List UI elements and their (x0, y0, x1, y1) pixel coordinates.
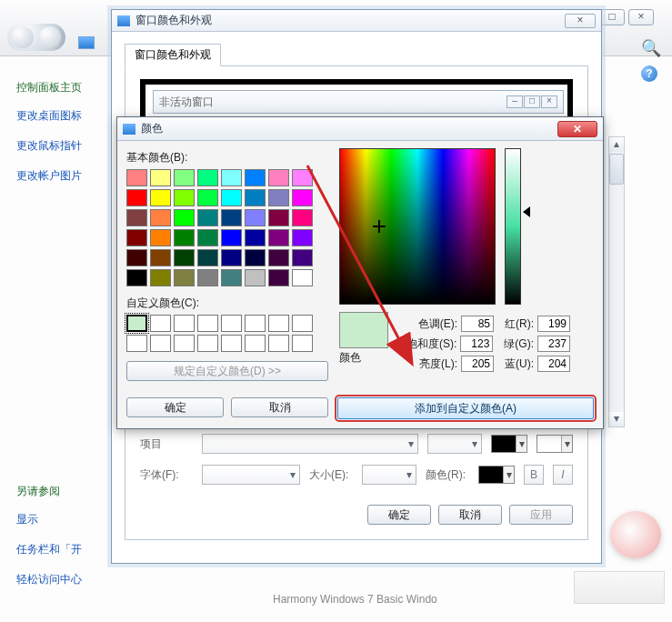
basic-color-swatch[interactable] (245, 169, 266, 186)
add-to-custom-button[interactable]: 添加到自定义颜色(A) (337, 397, 594, 419)
cancel-button[interactable]: 取消 (438, 505, 502, 525)
basic-color-swatch[interactable] (268, 169, 289, 186)
sidebar-link-desktop-icons[interactable]: 更改桌面图标 (16, 108, 107, 124)
bold-toggle[interactable]: B (524, 465, 544, 485)
custom-color-swatch[interactable] (197, 335, 218, 352)
basic-color-swatch[interactable] (221, 189, 242, 206)
item-color2-swatch[interactable]: ▾ (537, 435, 573, 453)
custom-color-swatch[interactable] (221, 315, 242, 332)
custom-color-swatch[interactable] (268, 315, 289, 332)
custom-color-swatch[interactable] (268, 335, 289, 352)
vertical-scrollbar[interactable]: ▴ ▾ (608, 136, 625, 427)
blue-input[interactable] (537, 356, 570, 372)
basic-color-swatch[interactable] (126, 249, 147, 266)
search-icon[interactable]: 🔍 (641, 38, 661, 58)
basic-color-swatch[interactable] (292, 229, 313, 246)
basic-color-swatch[interactable] (150, 229, 171, 246)
basic-color-swatch[interactable] (174, 229, 195, 246)
color-field[interactable] (339, 148, 496, 305)
apply-button[interactable]: 应用 (509, 505, 573, 525)
basic-color-swatch[interactable] (268, 249, 289, 266)
define-custom-button[interactable]: 规定自定义颜色(D) >> (126, 361, 328, 381)
font-combobox[interactable]: ▾ (202, 465, 300, 485)
maximize-button[interactable]: □ (599, 9, 625, 25)
sat-input[interactable] (460, 336, 493, 352)
basic-color-swatch[interactable] (221, 269, 242, 286)
basic-color-swatch[interactable] (174, 209, 195, 226)
item-size-combobox[interactable]: ▾ (427, 434, 482, 454)
item-combobox[interactable]: ▾ (202, 434, 418, 454)
item-color-swatch[interactable]: ▾ (491, 435, 527, 453)
red-input[interactable] (537, 316, 570, 332)
basic-color-swatch[interactable] (197, 249, 218, 266)
basic-color-swatch[interactable] (292, 189, 313, 206)
basic-color-swatch[interactable] (174, 249, 195, 266)
basic-color-swatch[interactable] (126, 169, 147, 186)
basic-color-swatch[interactable] (174, 189, 195, 206)
basic-color-swatch[interactable] (197, 209, 218, 226)
basic-color-swatch[interactable] (150, 209, 171, 226)
custom-color-swatch[interactable] (174, 335, 195, 352)
custom-color-swatch[interactable] (292, 335, 313, 352)
scroll-thumb[interactable] (609, 154, 624, 185)
basic-color-swatch[interactable] (268, 209, 289, 226)
basic-color-swatch[interactable] (292, 269, 313, 286)
basic-color-swatch[interactable] (150, 269, 171, 286)
basic-color-swatch[interactable] (245, 249, 266, 266)
custom-color-swatch[interactable] (174, 315, 195, 332)
custom-color-swatch[interactable] (292, 315, 313, 332)
scroll-down-icon[interactable]: ▾ (609, 412, 624, 426)
basic-color-swatch[interactable] (245, 229, 266, 246)
basic-color-swatch[interactable] (197, 169, 218, 186)
nav-back-forward[interactable] (7, 24, 65, 51)
basic-color-swatch[interactable] (150, 169, 171, 186)
font-size-combobox[interactable]: ▾ (362, 465, 416, 485)
basic-color-swatch[interactable] (126, 209, 147, 226)
basic-color-swatch[interactable] (150, 249, 171, 266)
basic-color-swatch[interactable] (245, 269, 266, 286)
basic-color-swatch[interactable] (197, 269, 218, 286)
ok-button[interactable]: 确定 (367, 505, 431, 525)
luminance-slider[interactable] (505, 148, 521, 305)
hue-input[interactable] (461, 316, 494, 332)
sidebar-link-mouse-pointer[interactable]: 更改鼠标指针 (16, 138, 107, 154)
custom-color-swatch[interactable] (150, 315, 171, 332)
basic-color-swatch[interactable] (174, 169, 195, 186)
custom-color-swatch[interactable] (245, 335, 266, 352)
sidebar-link-ease-of-access[interactable]: 轻松访问中心 (16, 572, 107, 587)
close-button[interactable]: × (628, 9, 654, 25)
custom-color-swatch[interactable] (197, 315, 218, 332)
basic-color-swatch[interactable] (126, 269, 147, 286)
sidebar-link-taskbar[interactable]: 任务栏和「开 (16, 542, 107, 557)
window-close-button[interactable]: × (565, 14, 596, 28)
basic-color-swatch[interactable] (268, 229, 289, 246)
sidebar-link-account-picture[interactable]: 更改帐户图片 (16, 168, 107, 184)
basic-color-swatch[interactable] (268, 189, 289, 206)
basic-color-swatch[interactable] (221, 229, 242, 246)
basic-color-swatch[interactable] (126, 189, 147, 206)
lum-input[interactable] (461, 356, 494, 372)
basic-color-swatch[interactable] (174, 269, 195, 286)
basic-color-swatch[interactable] (221, 249, 242, 266)
dialog-close-button[interactable]: ✕ (557, 121, 597, 137)
sidebar-link-display[interactable]: 显示 (16, 512, 107, 527)
custom-color-swatch[interactable] (150, 335, 171, 352)
custom-color-swatch[interactable] (126, 335, 147, 352)
scroll-up-icon[interactable]: ▴ (609, 137, 624, 152)
basic-color-swatch[interactable] (292, 209, 313, 226)
basic-color-swatch[interactable] (292, 249, 313, 266)
basic-color-swatch[interactable] (197, 229, 218, 246)
custom-color-swatch[interactable] (245, 315, 266, 332)
basic-color-swatch[interactable] (292, 169, 313, 186)
green-input[interactable] (537, 336, 570, 352)
basic-color-swatch[interactable] (150, 189, 171, 206)
basic-color-swatch[interactable] (221, 209, 242, 226)
basic-color-swatch[interactable] (221, 169, 242, 186)
custom-color-swatch[interactable] (221, 335, 242, 352)
basic-color-swatch[interactable] (268, 269, 289, 286)
basic-color-swatch[interactable] (245, 189, 266, 206)
font-color-swatch[interactable]: ▾ (478, 466, 515, 484)
basic-color-swatch[interactable] (245, 209, 266, 226)
help-icon[interactable]: ? (641, 65, 657, 82)
tab-appearance[interactable]: 窗口颜色和外观 (125, 44, 221, 66)
